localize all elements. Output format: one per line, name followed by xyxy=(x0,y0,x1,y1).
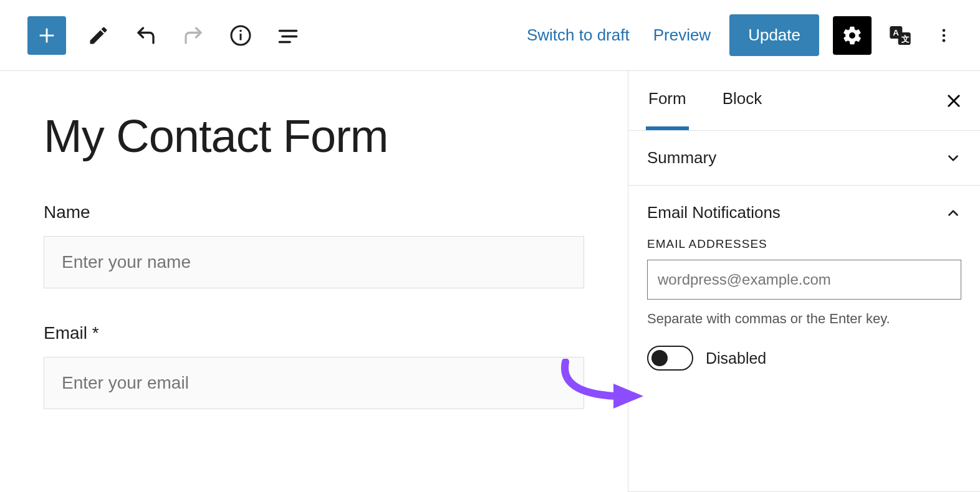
add-block-button[interactable] xyxy=(27,16,66,55)
notifications-toggle-label: Disabled xyxy=(706,349,766,367)
sidebar-tabs: Form Block xyxy=(628,71,980,131)
email-addresses-help: Separate with commas or the Enter key. xyxy=(647,311,961,327)
field-name-label: Name xyxy=(44,202,584,222)
notifications-toggle-row: Disabled xyxy=(647,346,961,371)
panel-email-notifications-title: Email Notifications xyxy=(647,203,781,222)
panel-summary-header[interactable]: Summary xyxy=(647,148,961,168)
undo-button[interactable] xyxy=(131,21,161,50)
plus-icon xyxy=(36,25,57,46)
toggle-knob xyxy=(651,350,668,366)
info-icon xyxy=(229,24,252,47)
toolbar-right: Switch to draft Preview Update A文 xyxy=(508,14,959,56)
notifications-toggle[interactable] xyxy=(647,346,693,371)
preview-button[interactable]: Preview xyxy=(648,22,716,49)
info-button[interactable] xyxy=(226,21,256,50)
settings-sidebar: Form Block Summary Email Notifications E… xyxy=(628,71,980,492)
email-addresses-label: EMAIL ADDRESSES xyxy=(647,237,961,251)
translate-button[interactable]: A文 xyxy=(885,21,915,50)
editor-toolbar: Switch to draft Preview Update A文 xyxy=(0,0,980,71)
more-options-button[interactable] xyxy=(929,21,959,50)
svg-point-13 xyxy=(943,34,946,37)
svg-point-14 xyxy=(943,39,946,42)
close-icon xyxy=(945,92,963,110)
translate-icon: A文 xyxy=(888,23,913,48)
pencil-icon xyxy=(87,24,110,47)
chevron-down-icon xyxy=(945,150,961,166)
panel-summary: Summary xyxy=(628,131,980,186)
email-addresses-input[interactable] xyxy=(647,260,961,300)
toolbar-left xyxy=(27,16,320,55)
field-name: Name xyxy=(44,202,584,288)
field-email-input[interactable] xyxy=(44,357,584,409)
outline-button[interactable] xyxy=(273,21,303,50)
editor-canvas: My Contact Form Name Email * xyxy=(0,71,628,492)
field-email-label: Email * xyxy=(44,323,584,343)
redo-icon xyxy=(182,24,204,47)
field-name-input[interactable] xyxy=(44,236,584,288)
update-button[interactable]: Update xyxy=(729,14,819,56)
svg-text:文: 文 xyxy=(901,34,910,44)
svg-text:A: A xyxy=(893,28,899,37)
undo-icon xyxy=(135,24,157,47)
chevron-up-icon xyxy=(945,205,961,221)
redo-button[interactable] xyxy=(178,21,208,50)
edit-mode-button[interactable] xyxy=(84,21,113,50)
panel-email-notifications-header[interactable]: Email Notifications xyxy=(647,203,961,222)
svg-point-4 xyxy=(239,29,242,32)
panel-email-notifications: Email Notifications EMAIL ADDRESSES Sepa… xyxy=(628,186,980,388)
close-sidebar-button[interactable] xyxy=(945,92,963,110)
workspace: My Contact Form Name Email * Form Block … xyxy=(0,71,980,492)
field-email: Email * xyxy=(44,323,584,409)
tab-form[interactable]: Form xyxy=(646,71,689,130)
panel-summary-title: Summary xyxy=(647,148,716,168)
gear-icon xyxy=(842,25,863,46)
switch-to-draft-button[interactable]: Switch to draft xyxy=(522,22,635,49)
outline-icon xyxy=(277,24,299,47)
tab-block[interactable]: Block xyxy=(720,71,765,130)
svg-point-12 xyxy=(943,29,946,32)
panel-email-notifications-body: EMAIL ADDRESSES Separate with commas or … xyxy=(647,222,961,371)
settings-button[interactable] xyxy=(833,16,872,55)
kebab-icon xyxy=(935,27,953,44)
form-title[interactable]: My Contact Form xyxy=(44,110,584,163)
sidebar-spacer xyxy=(628,407,980,492)
